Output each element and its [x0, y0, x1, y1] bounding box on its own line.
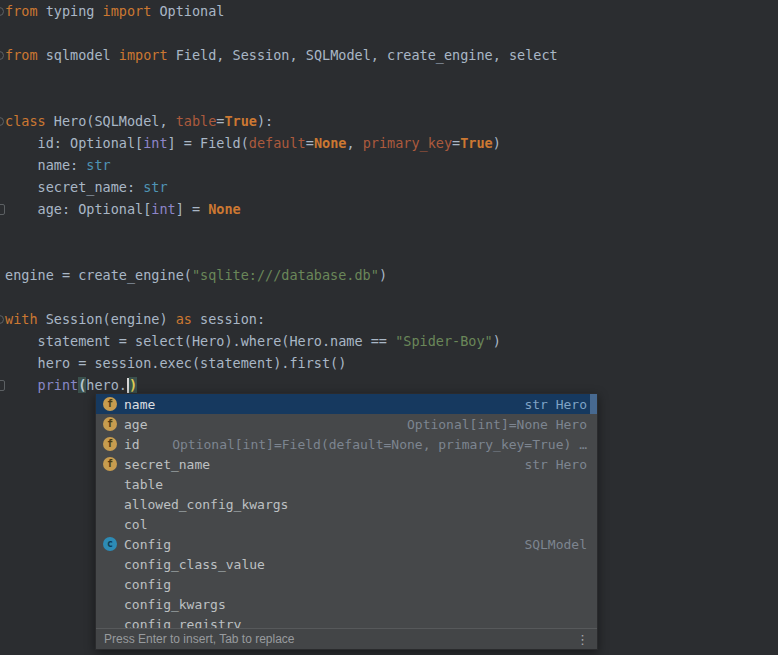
- completion-label: secret_name: [124, 457, 210, 472]
- completion-label: config_kwargs: [124, 597, 226, 612]
- completion-label: Config: [124, 537, 171, 552]
- icon-spacer: [103, 617, 117, 628]
- code-token: with: [5, 311, 38, 327]
- code-lines: from typing import Optionalfrom sqlmodel…: [0, 0, 778, 396]
- code-token: sqlmodel: [38, 47, 119, 63]
- code-token: "Spider-Boy": [395, 333, 493, 349]
- completion-item-allowed_config_kwargs[interactable]: allowed_config_kwargs: [96, 494, 597, 514]
- completion-type-hint: SQLModel: [524, 537, 597, 552]
- completion-item-config_class_value[interactable]: config_class_value: [96, 554, 597, 574]
- code-token: as: [176, 311, 192, 327]
- field-icon: f: [103, 417, 117, 431]
- code-line[interactable]: engine = create_engine("sqlite:///databa…: [0, 264, 778, 286]
- class-icon: c: [103, 537, 117, 551]
- gutter-marker-icon[interactable]: [0, 204, 5, 215]
- code-line[interactable]: id: Optional[int] = Field(default=None, …: [0, 132, 778, 154]
- code-line[interactable]: [0, 22, 778, 44]
- completion-label: id: [124, 437, 140, 452]
- code-token: statement = select(Hero).where(Hero.name…: [5, 333, 395, 349]
- code-token: None: [314, 135, 347, 151]
- code-token: [5, 377, 38, 393]
- code-line[interactable]: with Session(engine) as session:: [0, 308, 778, 330]
- code-token: name:: [5, 157, 86, 173]
- completion-type-hint: str Hero: [524, 397, 597, 412]
- code-line[interactable]: name: str: [0, 154, 778, 176]
- kebab-menu-icon[interactable]: ⋮: [576, 632, 589, 647]
- code-token: from: [5, 3, 38, 19]
- code-line[interactable]: [0, 242, 778, 264]
- code-token: id: Optional[: [5, 135, 143, 151]
- code-line[interactable]: from sqlmodel import Field, Session, SQL…: [0, 44, 778, 66]
- code-token: int: [143, 135, 167, 151]
- code-token: str: [143, 179, 167, 195]
- autocomplete-popup: fnamestr HerofageOptional[int]=None Hero…: [95, 393, 598, 650]
- completion-item-secret_name[interactable]: fsecret_namestr Hero: [96, 454, 597, 474]
- code-token: import: [119, 47, 168, 63]
- code-token: print: [38, 377, 79, 393]
- icon-spacer: [103, 517, 117, 531]
- code-line[interactable]: [0, 66, 778, 88]
- completion-label: allowed_config_kwargs: [124, 497, 288, 512]
- code-token: Session(engine): [38, 311, 176, 327]
- completion-item-table[interactable]: table: [96, 474, 597, 494]
- popup-scrollbar[interactable]: [590, 394, 597, 414]
- code-token: Hero(SQLModel,: [46, 113, 176, 129]
- code-line[interactable]: statement = select(Hero).where(Hero.name…: [0, 330, 778, 352]
- code-token: True: [460, 135, 493, 151]
- code-token: session:: [192, 311, 265, 327]
- code-token: typing: [38, 3, 103, 19]
- completion-item-config_registry[interactable]: config_registry: [96, 614, 597, 628]
- completion-item-age[interactable]: fageOptional[int]=None Hero: [96, 414, 597, 434]
- code-token: age: Optional[: [5, 201, 151, 217]
- completion-label: table: [124, 477, 163, 492]
- completion-label: age: [124, 417, 147, 432]
- completion-list: fnamestr HerofageOptional[int]=None Hero…: [96, 394, 597, 628]
- code-token: ):: [257, 113, 273, 129]
- code-token: True: [224, 113, 257, 129]
- completion-hint-text: Press Enter to insert, Tab to replace: [104, 632, 295, 646]
- code-line[interactable]: [0, 220, 778, 242]
- icon-spacer: [103, 597, 117, 611]
- completion-label: col: [124, 517, 147, 532]
- completion-item-config_kwargs[interactable]: config_kwargs: [96, 594, 597, 614]
- code-token: ): [129, 377, 137, 393]
- field-icon: f: [103, 397, 117, 411]
- completion-item-Config[interactable]: cConfigSQLModel: [96, 534, 597, 554]
- code-line[interactable]: [0, 88, 778, 110]
- code-token: str: [86, 157, 110, 173]
- code-token: primary_key: [363, 135, 452, 151]
- icon-spacer: [103, 557, 117, 571]
- icon-spacer: [103, 477, 117, 491]
- code-token: =: [452, 135, 460, 151]
- completion-label: config_class_value: [124, 557, 265, 572]
- completion-item-name[interactable]: fnamestr Hero: [96, 394, 597, 414]
- code-line[interactable]: class Hero(SQLModel, table=True):: [0, 110, 778, 132]
- code-token: table: [176, 113, 217, 129]
- code-line[interactable]: [0, 286, 778, 308]
- code-token: engine = create_engine(: [5, 267, 192, 283]
- code-token: class: [5, 113, 46, 129]
- code-token: import: [103, 3, 152, 19]
- code-token: None: [208, 201, 241, 217]
- code-editor[interactable]: from typing import Optionalfrom sqlmodel…: [0, 0, 778, 655]
- completion-type-hint: Optional[int]=Field(default=None, primar…: [172, 437, 597, 452]
- code-token: hero.: [86, 377, 127, 393]
- code-line[interactable]: secret_name: str: [0, 176, 778, 198]
- code-token: ): [493, 333, 501, 349]
- code-token: ] = Field(: [168, 135, 249, 151]
- code-line[interactable]: age: Optional[int] = None: [0, 198, 778, 220]
- completion-item-id[interactable]: fidOptional[int]=Field(default=None, pri…: [96, 434, 597, 454]
- code-token: Optional: [151, 3, 224, 19]
- code-token: ] =: [176, 201, 209, 217]
- completion-footer: Press Enter to insert, Tab to replace ⋮: [96, 628, 597, 649]
- code-token: ): [379, 267, 387, 283]
- completion-item-col[interactable]: col: [96, 514, 597, 534]
- code-token: ): [493, 135, 501, 151]
- code-token: int: [151, 201, 175, 217]
- code-line[interactable]: hero = session.exec(statement).first(): [0, 352, 778, 374]
- code-token: secret_name:: [5, 179, 143, 195]
- completion-item-config[interactable]: config: [96, 574, 597, 594]
- code-line[interactable]: from typing import Optional: [0, 0, 778, 22]
- icon-spacer: [103, 497, 117, 511]
- gutter-marker-icon[interactable]: [0, 380, 5, 391]
